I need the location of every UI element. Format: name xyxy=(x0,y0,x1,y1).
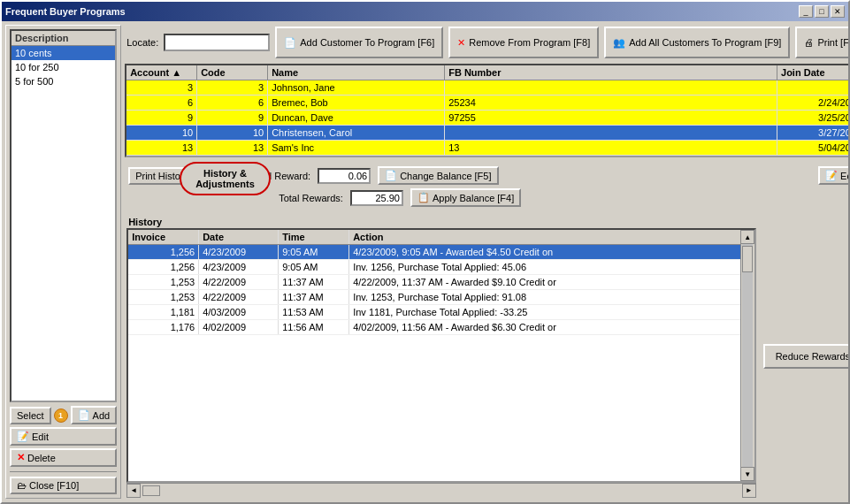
list-item[interactable]: 10 cents xyxy=(11,46,115,60)
close-program-button[interactable]: 🗁 Close [F10] xyxy=(10,477,117,494)
history-bubble: History &Adjustments xyxy=(180,162,271,195)
col-code[interactable]: Code xyxy=(197,65,268,80)
reduce-rewards-button[interactable]: Reduce Rewards xyxy=(763,344,850,369)
hcell-date: 4/02/2009 xyxy=(199,320,279,334)
cell-name: Sam's Inc xyxy=(268,141,445,155)
hcell-action: 4/23/2009, 9:05 AM - Awarded $4.50 Credi… xyxy=(349,245,754,259)
print-icon: 🖨 xyxy=(804,37,814,48)
table-row[interactable]: 13 13 Sam's Inc 13 5/04/2009 xyxy=(126,141,850,156)
hcell-action: Inv. 1256, Purchase Total Applied: 45.06 xyxy=(349,260,754,274)
history-row[interactable]: 1,181 4/03/2009 11:53 AM Inv 1181, Purch… xyxy=(128,305,754,320)
list-header: Description xyxy=(11,31,115,46)
history-row[interactable]: 1,256 4/23/2009 9:05 AM 4/23/2009, 9:05 … xyxy=(128,245,754,260)
hcell-invoice: 1,181 xyxy=(128,305,199,319)
h-scroll-thumb[interactable] xyxy=(142,485,160,496)
remove-from-button[interactable]: ✕ Remove From Program [F8] xyxy=(448,27,599,58)
cell-account: 13 xyxy=(126,141,197,155)
scroll-right-button[interactable]: ► xyxy=(742,484,756,498)
col-name[interactable]: Name xyxy=(268,65,445,80)
col-account[interactable]: Account ▲ xyxy=(126,65,197,80)
edit-icon: 📝 xyxy=(17,431,29,442)
add-icon: 📄 xyxy=(78,409,90,421)
cell-account: 9 xyxy=(126,111,197,125)
hcell-date: 4/22/2009 xyxy=(199,290,279,304)
hcell-date: 4/23/2009 xyxy=(199,260,279,274)
hcol-time[interactable]: Time xyxy=(279,230,349,244)
edit-customer-button[interactable]: 📝 Edit xyxy=(818,166,850,185)
cell-name: Bremec, Bob xyxy=(268,95,445,110)
hcell-time: 9:05 AM xyxy=(279,260,349,274)
cell-account: 10 xyxy=(126,126,197,140)
scroll-thumb[interactable] xyxy=(742,246,753,272)
cell-account: 6 xyxy=(126,95,197,110)
hcol-action[interactable]: Action xyxy=(349,230,754,244)
cell-code: 13 xyxy=(197,141,268,155)
col-join-date[interactable]: Join Date xyxy=(777,65,850,80)
customers-grid: Account ▲ Code Name FB Number Join Date … xyxy=(125,64,850,157)
edit-cust-icon: 📝 xyxy=(825,170,838,181)
edit-button[interactable]: 📝 Edit xyxy=(10,427,117,446)
cell-code: 3 xyxy=(197,80,268,95)
horizontal-scrollbar[interactable]: ◄ ► xyxy=(126,483,756,497)
list-item[interactable]: 5 for 500 xyxy=(11,74,115,88)
maximize-button[interactable]: □ xyxy=(815,5,829,18)
history-label: History xyxy=(126,216,756,228)
locate-label: Locate: xyxy=(126,37,158,48)
hcell-action: 4/22/2009, 11:37 AM - Awarded $9.10 Cred… xyxy=(349,275,754,289)
close-icon: 🗁 xyxy=(17,480,27,491)
total-rewards-label: Total Rewards: xyxy=(279,193,343,203)
apply-balance-button[interactable]: 📋 Apply Balance [F4] xyxy=(410,188,521,207)
cell-code: 10 xyxy=(197,126,268,140)
total-rewards-input[interactable] xyxy=(350,190,403,206)
remove-icon: ✕ xyxy=(457,37,465,49)
scroll-down-button[interactable]: ▼ xyxy=(740,467,754,481)
main-content: Description 10 cents 10 for 250 5 for 50… xyxy=(2,21,848,502)
hcell-time: 11:37 AM xyxy=(279,275,349,289)
minimize-button[interactable]: _ xyxy=(799,5,813,18)
cell-code: 6 xyxy=(197,95,268,110)
change-bal-icon: 📄 xyxy=(385,170,397,181)
delete-button[interactable]: ✕ Delete xyxy=(10,448,117,467)
window-controls: _ □ ✕ xyxy=(799,5,845,18)
hcol-invoice[interactable]: Invoice xyxy=(128,230,199,244)
table-row[interactable]: 3 3 Johnson, Jane / xyxy=(126,80,850,95)
close-button[interactable]: ✕ xyxy=(831,5,845,18)
vertical-scrollbar[interactable]: ▲ ▼ xyxy=(740,230,754,481)
window-title: Frequent Buyer Programs xyxy=(5,6,126,17)
programs-list[interactable]: Description 10 cents 10 for 250 5 for 50… xyxy=(10,29,117,402)
delete-icon: ✕ xyxy=(17,452,25,463)
cell-date: 5/04/2009 xyxy=(777,141,850,155)
add-customer-button[interactable]: 📄 Add Customer To Program [F6] xyxy=(275,27,443,58)
badge: 1 xyxy=(54,409,68,423)
col-fb-number[interactable]: FB Number xyxy=(445,65,777,80)
add-button[interactable]: 📄 Add xyxy=(71,406,118,424)
history-row[interactable]: 1,256 4/23/2009 9:05 AM Inv. 1256, Purch… xyxy=(128,260,754,275)
add-all-button[interactable]: 👥 Add All Customers To Program [F9] xyxy=(604,27,790,58)
cell-account: 3 xyxy=(126,80,197,95)
history-row[interactable]: 1,176 4/02/2009 11:56 AM 4/02/2009, 11:5… xyxy=(128,320,754,335)
hcol-date[interactable]: Date xyxy=(199,230,279,244)
cell-date: 3/25/2009 xyxy=(777,111,850,125)
hcell-action: Inv. 1253, Purchase Total Applied: 91.08 xyxy=(349,290,754,304)
history-row[interactable]: 1,253 4/22/2009 11:37 AM Inv. 1253, Purc… xyxy=(128,290,754,305)
hcell-date: 4/03/2009 xyxy=(199,305,279,319)
table-row[interactable]: 10 10 Christensen, Carol 3/27/2009 xyxy=(126,126,850,141)
hcell-date: 4/22/2009 xyxy=(199,275,279,289)
locate-input[interactable] xyxy=(164,34,270,51)
list-item[interactable]: 10 for 250 xyxy=(11,60,115,74)
table-row[interactable]: 9 9 Duncan, Dave 97255 3/25/2009 xyxy=(126,111,850,126)
history-row[interactable]: 1,253 4/22/2009 11:37 AM 4/22/2009, 11:3… xyxy=(128,275,754,290)
select-button[interactable]: Select xyxy=(10,407,51,424)
scroll-up-button[interactable]: ▲ xyxy=(740,230,754,244)
cell-date: / xyxy=(777,80,850,95)
scroll-left-button[interactable]: ◄ xyxy=(126,484,141,498)
change-balance-button[interactable]: 📄 Change Balance [F5] xyxy=(378,166,498,185)
cell-fb: 13 xyxy=(445,141,777,155)
separator xyxy=(10,471,117,472)
balance-toward-input[interactable] xyxy=(318,168,371,184)
cell-date: 3/27/2009 xyxy=(777,126,850,140)
table-row[interactable]: 6 6 Bremec, Bob 25234 2/24/2009 xyxy=(126,95,850,111)
print-button[interactable]: 🖨 Print [F7] xyxy=(795,27,850,58)
left-buttons: Select 1 📄 Add 📝 Edit ✕ Delete xyxy=(10,406,117,494)
rewards-row: History &Adjustments Total Rewards: 📋 Ap… xyxy=(126,187,850,209)
